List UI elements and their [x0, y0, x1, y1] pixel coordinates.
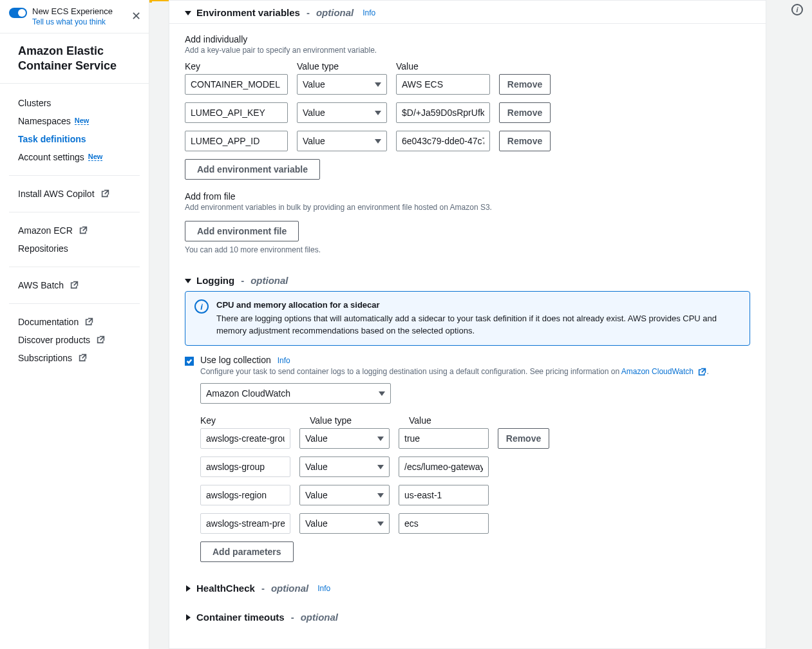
env-file-hint: You can add 10 more environment files.	[185, 245, 750, 254]
svg-marker-3	[375, 139, 381, 144]
add-env-file-button[interactable]: Add environment file	[185, 221, 299, 241]
nav-label: Install AWS Copilot	[18, 189, 95, 199]
nav-documentation[interactable]: Documentation	[9, 313, 140, 331]
env-add-individually: Add individually Add a key-value pair to…	[169, 26, 766, 258]
nav-subscriptions[interactable]: Subscriptions	[9, 349, 140, 367]
nav-section-ecr: Amazon ECR Repositories	[9, 212, 140, 260]
close-icon[interactable]: ✕	[131, 10, 141, 22]
col-type-label: Value type	[297, 61, 387, 71]
desc-text: Configure your task to send container lo…	[200, 367, 621, 376]
nav-namespaces[interactable]: Namespaces New	[9, 112, 140, 130]
value-type-select[interactable]: Value	[299, 513, 390, 534]
nav-section-resources: Documentation Discover products Subscrip…	[9, 303, 140, 370]
env-column-labels: Key Value type Value	[185, 61, 750, 71]
external-link-icon	[101, 189, 109, 198]
env-row: Value Remove	[185, 74, 750, 95]
period: .	[706, 367, 708, 376]
log-value-input[interactable]	[399, 513, 489, 534]
section-title: Environment variables	[196, 7, 300, 18]
sidebar-nav: Clusters Namespaces New Task definitions…	[0, 84, 149, 377]
external-link-icon	[698, 368, 706, 376]
nav-account-settings[interactable]: Account settings New	[9, 148, 140, 166]
nav-install-copilot[interactable]: Install AWS Copilot	[9, 185, 140, 203]
env-row: Value Remove	[185, 131, 750, 151]
cloudwatch-link[interactable]: Amazon CloudWatch	[621, 367, 707, 376]
info-link[interactable]: Info	[363, 8, 375, 17]
log-driver-select[interactable]: Amazon CloudWatch	[200, 383, 391, 404]
dash: -	[307, 7, 310, 18]
remove-button[interactable]: Remove	[499, 102, 551, 123]
log-row: Value Remove	[200, 428, 766, 449]
banner-title: New ECS Experience	[32, 6, 140, 16]
log-row: Value	[200, 456, 766, 477]
dash: -	[261, 583, 265, 594]
svg-marker-1	[375, 82, 381, 87]
help-panel-icon[interactable]: i	[791, 4, 803, 15]
value-type-select[interactable]: Value	[299, 428, 390, 449]
external-link-icon	[79, 353, 87, 362]
timeouts-header[interactable]: Container timeouts - optional	[169, 605, 766, 628]
logging-header[interactable]: Logging - optional	[169, 268, 766, 291]
svg-marker-5	[379, 391, 385, 396]
nav-label: Namespaces	[18, 116, 71, 126]
nav-label: AWS Batch	[18, 280, 64, 290]
remove-button[interactable]: Remove	[499, 74, 551, 95]
info-link[interactable]: Info	[278, 356, 290, 365]
col-type-label: Value type	[310, 415, 400, 426]
nav-aws-batch[interactable]: AWS Batch	[9, 276, 140, 294]
add-parameters-button[interactable]: Add parameters	[200, 541, 294, 562]
nav-clusters[interactable]: Clusters	[9, 94, 140, 112]
chevron-down-icon	[377, 518, 384, 529]
value-type-select[interactable]: Value	[299, 456, 390, 477]
logging-config: Amazon CloudWatch Key Value type Value V…	[200, 383, 766, 562]
nav-label: Discover products	[18, 335, 90, 345]
logging-alert: i CPU and memory allocation for a sideca…	[185, 291, 750, 346]
banner-feedback-link[interactable]: Tell us what you think	[32, 17, 140, 26]
new-experience-toggle[interactable]	[9, 8, 27, 18]
log-value-input[interactable]	[399, 456, 489, 477]
add-env-var-button[interactable]: Add environment variable	[185, 159, 320, 180]
log-value-input[interactable]	[399, 485, 489, 505]
env-vars-header[interactable]: Environment variables - optional Info	[169, 1, 766, 24]
use-log-checkbox[interactable]	[185, 357, 194, 366]
env-value-input[interactable]	[396, 131, 490, 151]
env-value-input[interactable]	[396, 74, 490, 95]
value-type-select[interactable]: Value	[297, 102, 387, 123]
chevron-down-icon	[375, 136, 381, 146]
log-value-input[interactable]	[399, 428, 489, 449]
alert-text: There are logging options that will auto…	[216, 313, 741, 337]
value-type-select[interactable]: Value	[299, 485, 390, 505]
info-link[interactable]: Info	[317, 584, 330, 593]
content-card: Environment variables - optional Info Ad…	[169, 0, 766, 649]
remove-button[interactable]: Remove	[499, 131, 551, 151]
value-type-select[interactable]: Value	[297, 74, 387, 95]
section-title: Container timeouts	[196, 612, 285, 623]
new-badge: New	[88, 153, 103, 161]
new-experience-banner: New ECS Experience Tell us what you thin…	[0, 0, 149, 33]
nav-discover-products[interactable]: Discover products	[9, 331, 140, 349]
env-row: Value Remove	[185, 102, 750, 123]
chevron-down-icon	[375, 79, 381, 89]
nav-amazon-ecr[interactable]: Amazon ECR	[9, 221, 140, 240]
env-key-input[interactable]	[185, 74, 288, 95]
value-type-select[interactable]: Value	[297, 131, 387, 151]
nav-label: Clusters	[18, 98, 51, 108]
nav-repositories[interactable]: Repositories	[9, 240, 140, 258]
healthcheck-header[interactable]: HealthCheck - optional Info	[169, 576, 766, 599]
env-value-input[interactable]	[396, 102, 490, 123]
use-log-desc: Configure your task to send container lo…	[200, 366, 709, 377]
env-key-input[interactable]	[185, 131, 288, 151]
sidebar: New ECS Experience Tell us what you thin…	[0, 0, 149, 649]
optional-label: optional	[316, 7, 354, 18]
external-link-icon	[85, 317, 93, 326]
col-key-label: Key	[200, 415, 301, 426]
gutter-right: i	[766, 0, 812, 649]
remove-button[interactable]: Remove	[498, 428, 549, 449]
env-key-input[interactable]	[185, 102, 288, 123]
col-value-label: Value	[396, 61, 490, 71]
new-badge: New	[75, 117, 90, 125]
nav-label: Documentation	[18, 317, 79, 327]
nav-section-primary: Clusters Namespaces New Task definitions…	[9, 91, 140, 169]
nav-task-definitions[interactable]: Task definitions	[9, 130, 140, 148]
nav-section-copilot: Install AWS Copilot	[9, 175, 140, 205]
